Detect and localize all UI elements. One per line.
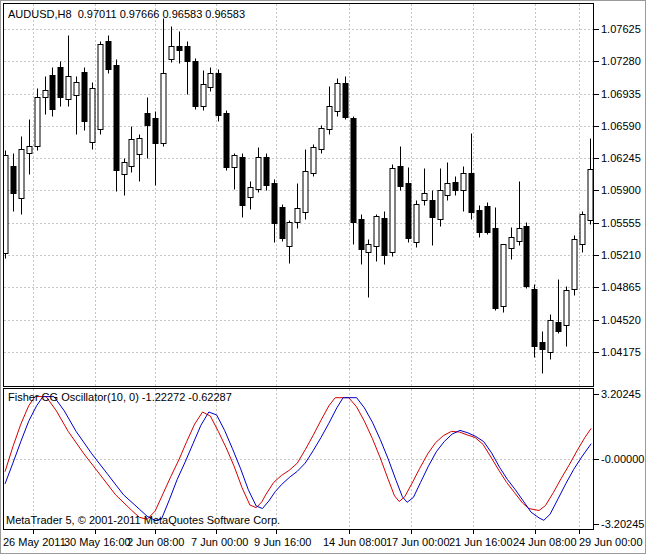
price-label: 1.06245 [601,152,641,164]
candle [4,151,8,259]
price-tick [594,223,599,224]
time-tick [411,530,412,534]
time-label: 7 Jun 00:00 [191,536,249,548]
indicator-name-label: Fisher CG Oscillator(10, 0) -1.22272 -0.… [8,391,232,403]
price-tick [594,61,599,62]
candle [564,287,569,347]
time-tick [579,530,580,534]
candle [477,206,482,238]
candle [438,169,443,227]
candle [524,223,529,289]
candle [58,62,63,107]
candle [232,154,237,190]
fisher-blue-line [5,397,591,521]
copyright-watermark: MetaTrader 5, © 2001-2011 MetaQuotes Sof… [6,514,280,526]
candle [256,148,261,193]
oscillator-plot[interactable] [4,389,593,529]
candle [185,42,190,95]
candle [422,169,427,206]
osc-value-label: -3.20245 [601,518,644,530]
candle [248,182,253,210]
candlestick-plot[interactable] [4,4,593,386]
candle [106,36,111,74]
time-label: 9 Jun 16:00 [254,536,312,548]
time-label: 21 Jun 16:00 [449,536,513,548]
time-label: 26 May 2011 [3,536,66,548]
time-tick [216,530,217,534]
fisher-red-line [5,397,591,520]
candle [35,89,40,151]
price-label: 1.05555 [601,217,641,229]
candle [501,245,506,313]
candle [469,134,474,220]
candle [161,19,166,147]
candle [335,79,340,117]
candle [351,117,356,245]
candle [517,182,522,246]
candle [572,236,577,296]
candle [122,159,127,196]
candle [406,168,411,243]
price-tick [594,158,599,159]
oscillator-panel[interactable]: Fisher CG Oscillator(10, 0) -1.22272 -0.… [3,388,594,530]
candle [509,228,514,260]
candle [82,68,87,131]
candle [311,145,316,177]
candle [327,87,332,135]
candle [453,177,458,196]
price-label: 1.06935 [601,88,641,100]
candle [216,70,221,122]
time-tick [349,530,350,534]
time-tick [155,530,156,534]
candle [461,167,466,212]
time-label: 17 Jun 00:00 [386,536,450,548]
price-tick [594,29,599,30]
price-label: 1.07280 [601,55,641,67]
candle [208,68,213,92]
candle [548,315,553,360]
candle [287,221,292,264]
time-tick [95,530,96,534]
time-label: 29 Jun 00:00 [579,536,643,548]
price-tick [594,190,599,191]
price-label: 1.04865 [601,281,641,293]
osc-value-label: 3.20245 [601,388,641,400]
candle [445,163,450,201]
candle [532,285,537,358]
candle [366,240,371,298]
candle [129,127,134,173]
candle [50,68,55,117]
candle [303,150,308,220]
candle [169,27,174,63]
price-tick [594,352,599,353]
candle [398,147,403,191]
osc-tick [594,394,599,395]
candle [374,215,379,262]
price-tick [594,126,599,127]
candle [74,77,79,135]
candle [145,98,150,159]
osc-tick [594,524,599,525]
candle [280,205,285,242]
candle [414,201,419,248]
price-label: 1.05900 [601,184,641,196]
price-label: 1.05210 [601,249,641,261]
candle [11,154,16,212]
time-axis-separator [3,529,594,530]
price-label: 1.04520 [601,314,641,326]
price-tick [594,94,599,95]
symbol-info-label: AUDUSD,H8 0.97011 0.97666 0.96583 0.9658… [8,8,245,20]
main-chart-panel[interactable]: AUDUSD,H8 0.97011 0.97666 0.96583 0.9658… [3,3,594,387]
candle [43,77,48,115]
candle [430,191,435,246]
candle [580,212,585,253]
candle [295,184,300,229]
candle [264,154,269,191]
chart-window: AUDUSD,H8 0.97011 0.97666 0.96583 0.9658… [0,0,646,554]
candle [177,32,182,64]
time-tick [276,530,277,534]
candle [485,203,490,235]
time-label: 30 May 16:00 [64,536,131,548]
candle [359,215,364,265]
time-label: 24 Jun 08:00 [513,536,577,548]
